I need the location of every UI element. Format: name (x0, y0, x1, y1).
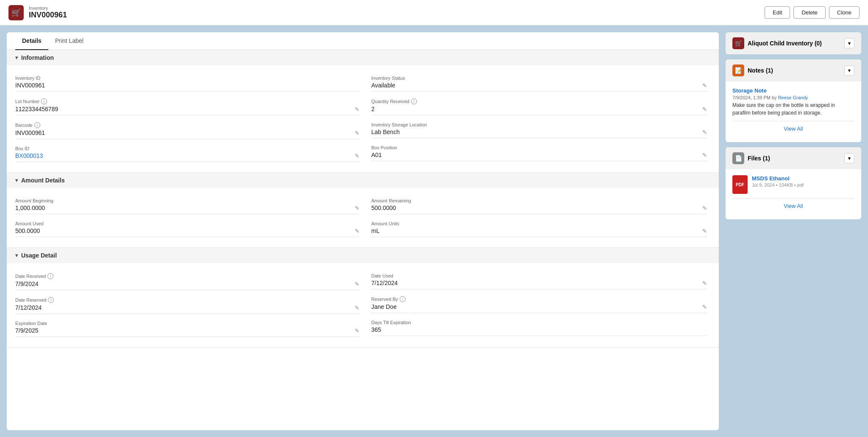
box-id-value: BX000013 ✎ (15, 152, 359, 162)
notes-dropdown-icon[interactable]: ▾ (844, 65, 854, 76)
section-usage-title: Usage Detail (21, 252, 57, 259)
app-header-left: 🛒 Inventory INV000961 (8, 5, 67, 20)
reserved-by-value: Jane Doe ✎ (371, 303, 707, 313)
box-id-edit-icon[interactable]: ✎ (355, 153, 359, 159)
files-dropdown-icon[interactable]: ▾ (844, 153, 854, 163)
quantity-received-value: 2 ✎ (371, 106, 707, 115)
aliquot-header: 🛒 Aliquot Child Inventory (0) ▾ (726, 32, 861, 54)
date-reserved-info-icon: i (48, 297, 54, 303)
box-position-value: A01 ✎ (371, 151, 707, 161)
reserved-by-edit-icon[interactable]: ✎ (702, 304, 707, 310)
lot-number-value: 1122334456789 ✎ (15, 106, 359, 115)
amount-units-edit-icon[interactable]: ✎ (702, 228, 707, 234)
note-meta: 7/9/2024, 1:39 PM by Reese Grandy (732, 95, 854, 100)
date-received-label: Date Received i (15, 273, 359, 279)
amount-units-value: mL ✎ (371, 227, 707, 237)
chevron-down-icon-usage: ▾ (15, 252, 18, 258)
section-information-header[interactable]: ▾ Information (7, 50, 719, 65)
date-reserved-label: Date Reserved i (15, 297, 359, 303)
app-header: 🛒 Inventory INV000961 Edit Delete Clone (0, 0, 868, 25)
amount-remaining-value: 500.0000 ✎ (371, 204, 707, 214)
note-author-link[interactable]: Reese Grandy (778, 95, 808, 100)
file-name[interactable]: MSDS Ethanol (752, 175, 804, 182)
date-used-edit-icon[interactable]: ✎ (702, 280, 707, 286)
inventory-id-label: Inventory ID (15, 76, 359, 81)
notes-header: 📝 Notes (1) ▾ (726, 59, 861, 81)
lot-number-edit-icon[interactable]: ✎ (355, 106, 359, 112)
barcode-value: INV000961 ✎ (15, 129, 359, 139)
chevron-down-icon: ▾ (15, 55, 18, 61)
notes-title: Notes (1) (748, 67, 773, 74)
storage-location-edit-icon[interactable]: ✎ (702, 129, 707, 135)
barcode-edit-icon[interactable]: ✎ (355, 130, 359, 136)
field-amount-units: Amount Units mL ✎ (363, 218, 710, 241)
aliquot-title: Aliquot Child Inventory (0) (748, 40, 822, 47)
notes-icon: 📝 (732, 64, 744, 76)
barcode-info-icon: i (34, 122, 40, 128)
amount-beginning-edit-icon[interactable]: ✎ (355, 205, 359, 211)
file-meta: Jul 9, 2024 • 104KB • pdf (752, 182, 804, 188)
quantity-received-info-icon: i (411, 98, 417, 104)
files-view-all[interactable]: View All (732, 198, 854, 213)
edit-button[interactable]: Edit (765, 6, 790, 19)
note-text: Make sure the cap on the bottle is wrapp… (732, 101, 854, 117)
field-lot-number: Lot Number i 1122334456789 ✎ (15, 95, 363, 119)
files-header-left: 📄 Files (1) (732, 152, 770, 164)
file-item: PDF MSDS Ethanol Jul 9, 2024 • 104KB • p… (732, 175, 854, 194)
section-information-title: Information (21, 54, 54, 61)
app-title-label: Inventory (29, 6, 67, 11)
date-received-info-icon: i (47, 273, 53, 279)
usage-right-col: Date Used 7/12/2024 ✎ Reserved By i Jane… (363, 270, 710, 340)
date-received-edit-icon[interactable]: ✎ (355, 281, 359, 287)
quantity-received-label: Quantity Received i (371, 98, 707, 104)
files-body: PDF MSDS Ethanol Jul 9, 2024 • 104KB • p… (726, 169, 861, 219)
app-title-group: Inventory INV000961 (29, 6, 67, 20)
aliquot-icon: 🛒 (732, 37, 744, 49)
storage-location-label: Inventory Storage Location (371, 122, 707, 127)
quantity-received-edit-icon[interactable]: ✎ (702, 106, 707, 112)
notes-body: Storage Note 7/9/2024, 1:39 PM by Reese … (726, 81, 861, 142)
header-buttons: Edit Delete Clone (765, 6, 860, 19)
inventory-status-edit-icon[interactable]: ✎ (702, 82, 707, 89)
section-usage-detail: ▾ Usage Detail Date Received i 7/9/2024 … (7, 248, 719, 347)
amount-remaining-label: Amount Remaining (371, 198, 707, 203)
field-days-till-expiration: Days Till Expiration 365 (363, 317, 710, 339)
expiration-date-edit-icon[interactable]: ✎ (355, 328, 359, 334)
inventory-status-label: Inventory Status (371, 76, 707, 81)
section-usage-header[interactable]: ▾ Usage Detail (7, 248, 719, 263)
section-amount-title: Amount Details (21, 177, 65, 184)
section-information-body: Inventory ID INV000961 Lot Number i 1122… (7, 65, 719, 172)
section-amount-header[interactable]: ▾ Amount Details (7, 173, 719, 188)
amount-remaining-edit-icon[interactable]: ✎ (702, 205, 707, 211)
box-id-link[interactable]: BX000013 (15, 152, 43, 159)
file-info: MSDS Ethanol Jul 9, 2024 • 104KB • pdf (752, 175, 804, 188)
files-header: 📄 Files (1) ▾ (726, 147, 861, 169)
aliquot-dropdown-icon[interactable]: ▾ (844, 38, 854, 48)
section-information: ▾ Information Inventory ID INV000961 Lot… (7, 50, 719, 173)
amount-units-label: Amount Units (371, 221, 707, 226)
note-title[interactable]: Storage Note (732, 87, 854, 94)
field-date-reserved: Date Reserved i 7/12/2024 ✎ (15, 294, 363, 317)
tab-details[interactable]: Details (15, 32, 48, 50)
field-inventory-id: Inventory ID INV000961 (15, 72, 363, 95)
expiration-date-value: 7/9/2025 ✎ (15, 327, 359, 337)
date-reserved-edit-icon[interactable]: ✎ (355, 305, 359, 311)
amount-used-edit-icon[interactable]: ✎ (355, 228, 359, 234)
box-position-edit-icon[interactable]: ✎ (702, 152, 707, 158)
inventory-id-value: INV000961 (15, 82, 359, 92)
date-reserved-value: 7/12/2024 ✎ (15, 304, 359, 314)
clone-button[interactable]: Clone (829, 6, 860, 19)
amount-beginning-label: Amount Beginning (15, 198, 359, 203)
tab-print-label[interactable]: Print Label (48, 32, 90, 50)
field-inventory-storage-location: Inventory Storage Location Lab Bench ✎ (363, 119, 710, 142)
notes-view-all[interactable]: View All (732, 121, 854, 136)
amount-used-label: Amount Used (15, 221, 359, 226)
main-content: Details Print Label ▾ Information Invent… (0, 25, 868, 437)
amount-right-col: Amount Remaining 500.0000 ✎ Amount Units… (363, 195, 710, 241)
box-position-label: Box Position (371, 145, 707, 150)
widget-notes: 📝 Notes (1) ▾ Storage Note 7/9/2024, 1:3… (726, 59, 861, 142)
pdf-icon: PDF (732, 175, 748, 194)
delete-button[interactable]: Delete (793, 6, 826, 19)
field-date-used: Date Used 7/12/2024 ✎ (363, 270, 710, 293)
field-inventory-status: Inventory Status Available ✎ (363, 72, 710, 95)
